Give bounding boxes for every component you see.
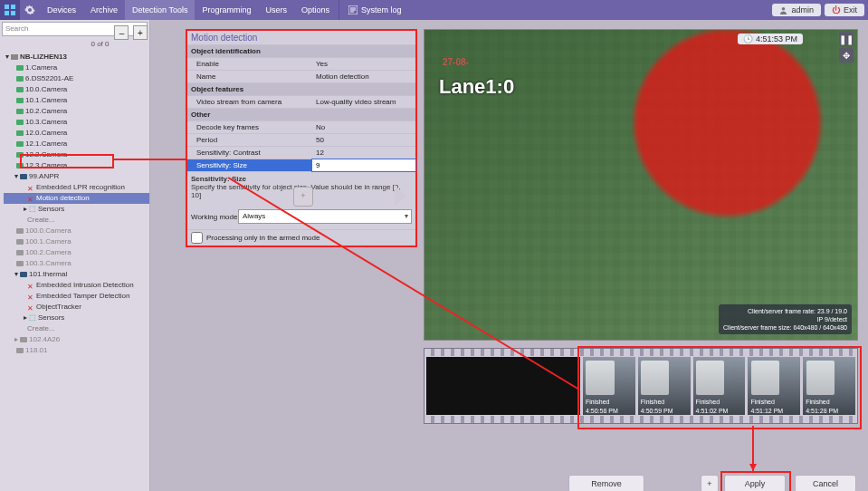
prop-key: Sensitivity: Contrast [187,147,312,159]
tree-camera[interactable]: 1.Camera [25,63,57,73]
tree-sensors[interactable]: Sensors [38,313,64,323]
tree-camera[interactable]: 10.0.Camera [25,84,67,95]
event-thumbnail[interactable]: Finished4:50:59 PM [638,357,691,415]
prop-value[interactable]: 12 [312,147,415,159]
event-thumbnail[interactable]: Finished4:51:12 PM [748,357,800,415]
apply-button[interactable]: Apply [724,475,786,491]
time-chip[interactable]: 🕓4:51:53 PM [738,34,803,44]
prop-value[interactable]: 50 [312,134,415,146]
event-thumbnail[interactable]: Finished4:51:28 PM [803,357,855,415]
tree-camera[interactable]: 102.4A26 [29,334,60,345]
camera-timestamp: 27-08- [443,57,469,67]
section-other[interactable]: Other [187,109,307,120]
event-thumbnail[interactable]: Finished4:51:02 PM [693,357,746,415]
pause-button[interactable]: ❚❚ [839,32,854,46]
event-thumbnail[interactable]: Finished4:50:58 PM [583,357,635,415]
svg-rect-3 [11,11,15,15]
prop-value[interactable]: No [312,121,415,133]
working-mode-label: Working mode [191,213,238,221]
prev-match-button[interactable]: – [114,25,129,40]
gear-icon[interactable] [20,0,40,20]
prop-key-selected: Sensitivity: Size [187,159,312,171]
clock-icon: 🕓 [743,34,753,43]
filmstrip-blank [426,357,580,415]
nav-options[interactable]: Options [294,0,337,20]
tree-group[interactable]: 101.thermal [29,269,67,280]
svg-marker-12 [749,464,757,471]
svg-point-8 [782,6,786,10]
section-features[interactable]: Object features [187,83,307,95]
prop-key: Period [187,134,312,146]
prop-value[interactable]: Low-quality video stream [312,96,415,108]
user-icon [779,6,787,14]
nav-detection-tools[interactable]: Detection Tools [125,0,195,20]
cancel-button[interactable]: Cancel [795,475,856,491]
tree-camera[interactable]: 10.1.Camera [25,95,67,106]
tree-camera[interactable]: 12.2.Camera [25,149,67,160]
tree-motion-detection[interactable]: Motion detection [36,193,90,204]
prop-value[interactable]: Yes [312,58,415,70]
prop-key: Name [187,71,312,82]
prop-key: Decode key frames [187,121,312,133]
live-video-view[interactable]: 27-08- Lane1:0 🕓4:51:53 PM ❚❚ ✥ Client/s… [424,29,858,341]
tree-camera[interactable]: 10.2.Camera [25,106,67,117]
tree-sensors[interactable]: Sensors [38,204,64,215]
armed-mode-label: Processing only in the armed mode [206,234,320,242]
tree-camera[interactable]: 100.3.Camera [25,258,72,269]
nav-devices[interactable]: Devices [40,0,83,20]
sensitivity-size-input[interactable]: 9 [312,159,415,171]
lane-label: Lane1:0 [439,75,514,99]
tree-camera[interactable]: 12.0.Camera [25,128,67,139]
nav-users[interactable]: Users [258,0,294,20]
tree-detector[interactable]: Embedded LPR recognition [36,182,125,193]
user-label: admin [791,5,814,14]
tree-camera[interactable]: 10.3.Camera [25,117,67,128]
prop-key: Video stream from camera [187,96,312,108]
app-logo[interactable] [0,0,20,20]
tree-camera[interactable]: 100.0.Camera [25,226,72,236]
tree-create[interactable]: Create... [27,323,55,334]
armed-mode-checkbox[interactable] [191,232,203,244]
search-counter: 0 of 0 [87,38,112,50]
remove-button[interactable]: Remove [568,475,644,491]
tree-group[interactable]: 99.ANPR [29,171,59,182]
stream-info: Client/server frame rate: 23.9 / 19.0 IP… [719,304,852,334]
prop-key: Enable [187,58,312,70]
nav-system-log[interactable]: System log [341,5,409,14]
device-tree-panel: Search – + 0 of 0 ▾NB-LIZHEN13 1.Camera … [0,20,150,491]
nav-programming[interactable]: Programming [195,0,258,20]
nav-archive[interactable]: Archive [83,0,125,20]
working-mode-select[interactable]: Always [238,209,412,224]
svg-rect-0 [5,5,9,9]
add-button[interactable]: + [701,475,719,491]
tree-detector[interactable]: Embedded Tamper Detection [36,291,129,302]
event-filmstrip[interactable]: Finished4:50:58 PM Finished4:50:59 PM Fi… [424,348,858,424]
log-icon [348,5,358,14]
power-icon: ⏻ [832,5,840,14]
tree-camera[interactable]: 12.3.Camera [25,160,67,171]
tree-camera[interactable]: 6.DS52201-AE [25,73,73,84]
panel-title: Motion detection [187,31,415,44]
add-zone-button[interactable]: + [293,187,313,207]
tree-create[interactable]: Create... [27,215,55,226]
tree-detector[interactable]: Embedded Intrusion Detection [36,280,134,291]
user-chip[interactable]: admin [772,4,821,16]
exit-label: Exit [844,5,857,14]
svg-rect-1 [11,5,15,9]
properties-panel: Motion detection Object identification E… [186,29,417,247]
tree-camera[interactable]: 100.1.Camera [25,236,72,247]
top-bar: Devices Archive Detection Tools Programm… [0,0,868,20]
tree-camera[interactable]: 100.2.Camera [25,247,72,258]
tree-root[interactable]: NB-LIZHEN13 [20,52,67,63]
tree-detector[interactable]: ObjectTracker [36,302,81,313]
svg-rect-2 [5,11,9,15]
tree-camera[interactable]: 12.1.Camera [25,139,67,149]
tree-camera[interactable]: 118.01 [25,345,47,356]
next-match-button[interactable]: + [133,25,148,40]
exit-button[interactable]: ⏻ Exit [825,4,864,16]
ptz-button[interactable]: ✥ [839,48,854,63]
device-tree[interactable]: ▾NB-LIZHEN13 1.Camera 6.DS52201-AE 10.0.… [0,50,149,491]
system-log-label: System log [361,5,402,14]
prop-value[interactable]: Motion detection [312,71,415,82]
section-ident[interactable]: Object identification [187,45,307,57]
